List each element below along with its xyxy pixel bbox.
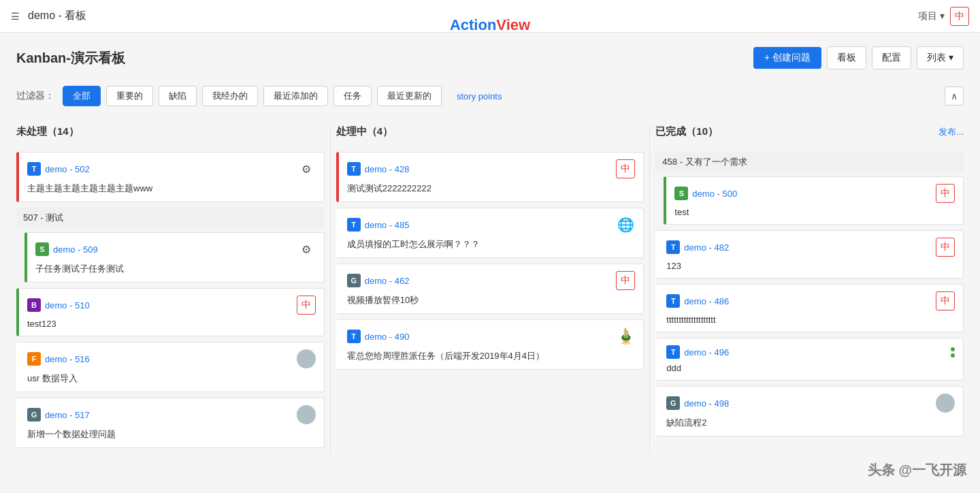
card-516-id-row: F demo - 516: [27, 352, 90, 366]
card-462-id-row: G demo - 462: [347, 274, 410, 287]
card-517-desc: 新增一个数据处理问题: [27, 428, 316, 441]
card-428-link[interactable]: demo - 428: [365, 164, 410, 174]
card-486: T demo - 486 中 tttttttttttttttttttt: [655, 284, 964, 332]
card-486-id-row: T demo - 486: [666, 294, 729, 308]
menu-icon[interactable]: ☰: [11, 11, 20, 22]
card-486-header: T demo - 486 中: [666, 291, 955, 311]
group-507: 507 - 测试: [16, 208, 325, 228]
card-462-avatar: 中: [616, 271, 635, 290]
card-510-id-row: B demo - 510: [27, 298, 90, 312]
card-502-header: T demo - 502 ⚙: [27, 159, 316, 178]
config-button[interactable]: 配置: [872, 46, 911, 69]
card-482-desc: 123: [666, 261, 955, 271]
card-502-avatar: ⚙: [297, 159, 316, 178]
card-500-desc: test: [674, 207, 955, 217]
header-title: demo - 看板: [28, 9, 86, 23]
card-490-link[interactable]: demo - 490: [365, 332, 410, 342]
filter-important[interactable]: 重要的: [106, 86, 153, 106]
card-490-avatar: 🎍: [616, 327, 635, 346]
card-517-id-row: G demo - 517: [27, 408, 90, 422]
card-500-header: S demo - 500 中: [674, 184, 955, 203]
col-header-pending: 未处理（14）: [16, 125, 325, 144]
type-badge-T-485: T: [347, 218, 361, 232]
logo-action: Action: [450, 16, 496, 33]
filter-collapse-button[interactable]: ∧: [945, 86, 964, 106]
dot-1: [951, 347, 955, 351]
col-header-done: 已完成（10） 发布...: [655, 125, 964, 144]
card-510-link[interactable]: demo - 510: [45, 300, 90, 311]
card-498-header: G demo - 498: [666, 394, 955, 413]
card-509-desc: 子任务测试子任务测试: [35, 263, 316, 275]
card-516-link[interactable]: demo - 516: [45, 354, 90, 364]
type-badge-S: S: [35, 242, 49, 256]
type-badge-T-490: T: [347, 330, 361, 343]
card-428-avatar: 中: [616, 159, 635, 178]
header: ☰ demo - 看板 ActionView 项目 ▾ 中: [0, 0, 980, 33]
page-title: Kanban-演示看板: [16, 49, 125, 67]
card-509-id-row: S demo - 509: [35, 242, 98, 256]
card-428-desc: 测试测试2222222222: [347, 182, 636, 195]
card-482-link[interactable]: demo - 482: [684, 242, 729, 253]
col-title-inprogress: 处理中（4）: [336, 125, 393, 138]
card-485-id-row: T demo - 485: [347, 218, 410, 232]
card-516-desc: usr 数据导入: [27, 372, 316, 385]
card-502-link[interactable]: demo - 502: [45, 164, 90, 174]
filter-task[interactable]: 任务: [333, 86, 372, 106]
card-509-header: S demo - 509 ⚙: [35, 240, 316, 259]
column-inprogress: 处理中（4） T demo - 428 中 测试测试2222222222 T: [331, 125, 650, 375]
filter-story-points[interactable]: story points: [447, 88, 511, 105]
card-500-link[interactable]: demo - 500: [692, 189, 737, 199]
card-428-header: T demo - 428 中: [347, 159, 636, 178]
card-485-desc: 成员填报的工时怎么展示啊？？？: [347, 238, 636, 251]
type-badge-F: F: [27, 352, 41, 366]
type-badge-T: T: [27, 162, 41, 176]
card-462-link[interactable]: demo - 462: [365, 276, 410, 286]
card-490-desc: 霍总您给周理胜派任务（后端开发2019年4月4日）: [347, 350, 636, 362]
user-badge[interactable]: 中: [950, 7, 969, 26]
card-510-avatar: 中: [297, 296, 316, 315]
project-menu[interactable]: 项目 ▾: [918, 10, 945, 22]
filter-recent-updated[interactable]: 最近更新的: [377, 86, 442, 106]
card-486-link[interactable]: demo - 486: [684, 296, 729, 306]
card-516-avatar: [297, 349, 316, 368]
list-button[interactable]: 列表 ▾: [917, 46, 964, 69]
card-510-header: B demo - 510 中: [27, 296, 316, 315]
card-516: F demo - 516 usr 数据导入: [16, 342, 325, 392]
card-462-header: G demo - 462 中: [347, 271, 636, 290]
card-485: T demo - 485 🌐 成员填报的工时怎么展示啊？？？: [336, 208, 644, 258]
dot-2: [951, 353, 955, 357]
publish-link[interactable]: 发布...: [938, 126, 964, 138]
create-issue-button[interactable]: + 创建问题: [753, 47, 821, 69]
filter-all[interactable]: 全部: [63, 86, 101, 106]
card-496-link[interactable]: demo - 496: [684, 347, 729, 357]
card-517-avatar: [297, 405, 316, 424]
card-509-link[interactable]: demo - 509: [53, 244, 98, 255]
column-done: 已完成（10） 发布... 458 - 又有了一个需求 S demo - 500…: [650, 125, 964, 442]
type-badge-T-482: T: [666, 240, 680, 254]
filter-recent-added[interactable]: 最近添加的: [263, 86, 328, 106]
card-485-link[interactable]: demo - 485: [365, 220, 410, 230]
filter-bug[interactable]: 缺陷: [159, 86, 197, 106]
type-badge-G-462: G: [347, 274, 361, 287]
card-502-desc: 主题主题主题主题主题主题www: [27, 182, 316, 195]
page-content: Kanban-演示看板 + 创建问题 看板 配置 列表 ▾ 过滤器： 全部 重要…: [0, 33, 980, 467]
card-485-avatar: 🌐: [616, 215, 635, 234]
kanban-button[interactable]: 看板: [827, 46, 866, 69]
header-right: 项目 ▾ 中: [918, 7, 969, 26]
type-badge-G: G: [27, 408, 41, 422]
card-496-desc: ddd: [666, 363, 955, 373]
card-482: T demo - 482 中 123: [655, 230, 964, 279]
group-458: 458 - 又有了一个需求: [655, 152, 964, 172]
card-517-link[interactable]: demo - 517: [45, 410, 90, 420]
card-500-id-row: S demo - 500: [674, 187, 737, 200]
col-header-inprogress: 处理中（4）: [336, 125, 644, 144]
card-509-avatar: ⚙: [297, 240, 316, 259]
card-498: G demo - 498 缺陷流程2: [655, 386, 964, 436]
col-title-done: 已完成（10）: [655, 125, 718, 138]
card-498-avatar: [936, 394, 955, 413]
logo-view: View: [496, 16, 530, 33]
card-498-desc: 缺陷流程2: [666, 417, 955, 429]
card-482-header: T demo - 482 中: [666, 238, 955, 257]
filter-my[interactable]: 我经办的: [202, 86, 258, 106]
card-498-link[interactable]: demo - 498: [684, 398, 729, 409]
